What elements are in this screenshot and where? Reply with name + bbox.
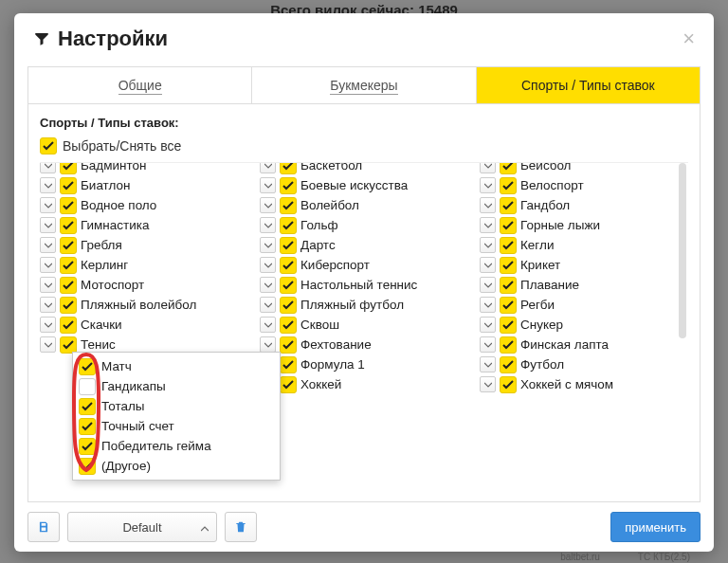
sport-checkbox[interactable] bbox=[280, 197, 297, 214]
delete-preset-button[interactable] bbox=[225, 512, 257, 542]
expand-toggle[interactable] bbox=[480, 317, 496, 333]
expand-toggle[interactable] bbox=[260, 297, 276, 313]
expand-toggle[interactable] bbox=[260, 317, 276, 333]
scrollbar[interactable] bbox=[679, 163, 686, 338]
sport-checkbox[interactable] bbox=[60, 217, 77, 234]
sport-label: Фехтование bbox=[300, 337, 372, 352]
tab-general[interactable]: Общие bbox=[28, 67, 251, 103]
bet-type-label: (Другое) bbox=[101, 459, 151, 473]
sport-checkbox[interactable] bbox=[500, 257, 517, 274]
expand-toggle[interactable] bbox=[40, 336, 56, 353]
expand-toggle[interactable] bbox=[260, 177, 276, 193]
sport-checkbox[interactable] bbox=[280, 177, 297, 194]
sport-checkbox[interactable] bbox=[500, 177, 517, 194]
tab-sports[interactable]: Спорты / Типы ставок bbox=[476, 67, 700, 103]
modal-body: Спорты / Типы ставок: Выбрать/Снять все … bbox=[27, 103, 701, 502]
expand-toggle[interactable] bbox=[480, 217, 496, 233]
sport-label: Керлинг bbox=[81, 258, 128, 272]
expand-toggle[interactable] bbox=[260, 277, 276, 293]
expand-toggle[interactable] bbox=[480, 257, 496, 273]
sport-checkbox[interactable] bbox=[500, 376, 517, 393]
expand-toggle[interactable] bbox=[480, 297, 496, 313]
sport-checkbox[interactable] bbox=[280, 163, 297, 174]
sport-checkbox[interactable] bbox=[500, 336, 517, 354]
sport-label: Кегли bbox=[520, 238, 554, 252]
expand-toggle[interactable] bbox=[260, 336, 276, 353]
expand-toggle[interactable] bbox=[40, 317, 56, 333]
sport-checkbox[interactable] bbox=[280, 277, 297, 294]
sport-label: Водное поло bbox=[81, 198, 156, 212]
sport-label: Киберспорт bbox=[300, 258, 370, 272]
expand-toggle[interactable] bbox=[40, 237, 56, 253]
expand-toggle[interactable] bbox=[40, 163, 56, 173]
sport-checkbox[interactable] bbox=[500, 217, 517, 234]
sport-checkbox[interactable] bbox=[60, 317, 77, 334]
expand-toggle[interactable] bbox=[480, 277, 496, 293]
sport-checkbox[interactable] bbox=[500, 163, 517, 174]
save-preset-button[interactable] bbox=[27, 512, 60, 542]
sport-checkbox[interactable] bbox=[60, 237, 77, 254]
sport-row: Пляжный волейбол bbox=[40, 295, 248, 315]
expand-toggle[interactable] bbox=[40, 217, 56, 233]
sport-checkbox[interactable] bbox=[60, 297, 77, 314]
sport-checkbox[interactable] bbox=[500, 277, 517, 294]
sport-checkbox[interactable] bbox=[280, 336, 297, 354]
sport-checkbox[interactable] bbox=[280, 376, 297, 393]
trash-icon bbox=[234, 520, 247, 534]
expand-toggle[interactable] bbox=[480, 177, 496, 193]
expand-toggle[interactable] bbox=[480, 376, 496, 392]
sport-checkbox[interactable] bbox=[500, 317, 517, 334]
expand-toggle[interactable] bbox=[40, 257, 56, 273]
expand-toggle[interactable] bbox=[480, 336, 496, 353]
sport-checkbox[interactable] bbox=[500, 197, 517, 214]
sport-checkbox[interactable] bbox=[500, 356, 517, 373]
apply-button[interactable]: применить bbox=[610, 512, 701, 542]
sport-label: Боевые искусства bbox=[300, 178, 408, 192]
expand-toggle[interactable] bbox=[260, 257, 276, 273]
sport-row: Хоккей bbox=[260, 374, 468, 394]
sport-checkbox[interactable] bbox=[280, 356, 297, 373]
expand-toggle[interactable] bbox=[40, 277, 56, 293]
tab-bookmakers[interactable]: Букмекеры bbox=[251, 67, 475, 103]
expand-toggle[interactable] bbox=[480, 197, 496, 213]
expand-toggle[interactable] bbox=[480, 237, 496, 253]
expand-toggle[interactable] bbox=[480, 163, 496, 173]
bet-type-checkbox[interactable] bbox=[79, 438, 96, 455]
sport-checkbox[interactable] bbox=[60, 163, 77, 174]
expand-toggle[interactable] bbox=[40, 297, 56, 313]
expand-toggle[interactable] bbox=[40, 197, 56, 213]
bet-type-checkbox[interactable] bbox=[79, 358, 96, 375]
close-button[interactable]: × bbox=[682, 27, 695, 51]
expand-toggle[interactable] bbox=[260, 217, 276, 233]
sport-checkbox[interactable] bbox=[280, 237, 297, 254]
sport-checkbox[interactable] bbox=[280, 217, 297, 234]
sport-checkbox[interactable] bbox=[60, 197, 77, 214]
sport-row: Фехтование bbox=[260, 335, 468, 354]
section-label: Спорты / Типы ставок: bbox=[40, 116, 688, 130]
expand-toggle[interactable] bbox=[480, 356, 496, 372]
select-all-checkbox[interactable] bbox=[40, 137, 57, 154]
expand-toggle[interactable] bbox=[260, 163, 276, 173]
bet-type-checkbox[interactable] bbox=[79, 398, 96, 415]
sport-checkbox[interactable] bbox=[60, 257, 77, 274]
sport-checkbox[interactable] bbox=[500, 297, 517, 314]
preset-dropdown[interactable]: Default bbox=[67, 512, 217, 542]
sport-label: Скачки bbox=[81, 318, 122, 332]
bet-type-checkbox[interactable] bbox=[79, 458, 96, 475]
bet-type-checkbox[interactable] bbox=[79, 378, 96, 395]
bet-type-checkbox[interactable] bbox=[79, 418, 96, 435]
expand-toggle[interactable] bbox=[260, 197, 276, 213]
settings-modal: Настройки × Общие Букмекеры Спорты / Тип… bbox=[14, 13, 714, 552]
sport-checkbox[interactable] bbox=[60, 277, 77, 294]
sport-checkbox[interactable] bbox=[280, 297, 297, 314]
sport-checkbox[interactable] bbox=[280, 317, 297, 334]
sport-label: Хоккей с мячом bbox=[520, 377, 613, 391]
sport-checkbox[interactable] bbox=[280, 257, 297, 274]
sport-checkbox[interactable] bbox=[60, 177, 77, 194]
sport-checkbox[interactable] bbox=[60, 336, 77, 354]
expand-toggle[interactable] bbox=[40, 177, 56, 193]
sport-label: Формула 1 bbox=[300, 357, 365, 372]
expand-toggle[interactable] bbox=[260, 237, 276, 253]
sport-column-3: БейсболВелоспортГандболГорные лыжиКеглиК… bbox=[480, 167, 688, 475]
sport-checkbox[interactable] bbox=[500, 237, 517, 254]
